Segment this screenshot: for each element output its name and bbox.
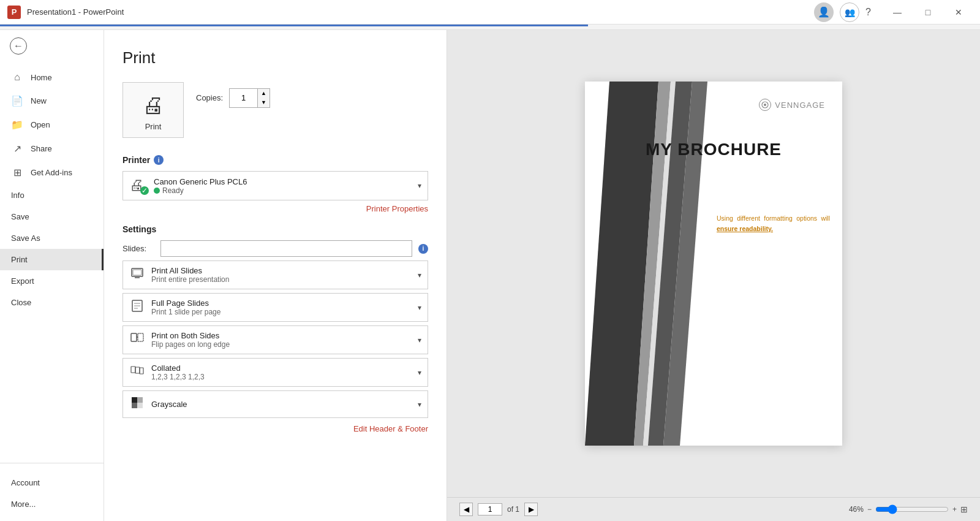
svg-marker-20 <box>663 82 707 446</box>
slides-input[interactable] <box>160 240 412 257</box>
brochure-logo-icon <box>759 99 771 111</box>
setting-layout[interactable]: Full Page Slides Print 1 slide per page … <box>123 293 428 322</box>
sides-chevron: ▾ <box>418 336 421 344</box>
svg-marker-18 <box>643 82 676 446</box>
setting-collated[interactable]: Collated 1,2,3 1,2,3 1,2,3 ▾ <box>123 358 428 387</box>
svg-rect-10 <box>135 367 140 373</box>
print-title: Print <box>123 48 428 67</box>
printer-device-icon: 🖨 ✓ <box>129 177 148 195</box>
slide-range-chevron: ▾ <box>418 271 421 280</box>
sidebar: ← ⌂ Home 📄 New 📁 Open ↗ Share ⊞ Get Add-… <box>0 30 104 521</box>
svg-rect-14 <box>132 403 137 408</box>
zoom-minus-icon[interactable]: − <box>867 505 872 514</box>
grayscale-icon <box>129 396 145 413</box>
svg-marker-16 <box>585 82 658 446</box>
sidebar-item-export[interactable]: Export <box>0 270 104 292</box>
copies-down-button[interactable]: ▼ <box>258 98 270 107</box>
add-ins-icon: ⊞ <box>11 167 23 178</box>
copies-up-button[interactable]: ▲ <box>258 89 270 98</box>
svg-rect-12 <box>132 397 137 403</box>
setting-slide-range-text: Print All Slides Print entire presentati… <box>151 266 412 284</box>
titlebar-title: Presentation1 - PowerPoint <box>27 7 814 17</box>
setting-sides-text: Print on Both Sides Flip pages on long e… <box>151 331 412 349</box>
sidebar-item-open[interactable]: 📁 Open <box>0 113 104 137</box>
sidebar-bottom: Account More... <box>0 468 104 521</box>
slide-range-icon <box>129 267 145 283</box>
sidebar-item-share[interactable]: ↗ Share <box>0 137 104 161</box>
color-chevron: ▾ <box>418 400 421 409</box>
print-button[interactable]: 🖨 Print <box>123 82 184 138</box>
sidebar-item-info[interactable]: Info <box>0 184 104 206</box>
printer-properties-link[interactable]: Printer Properties <box>123 204 428 213</box>
svg-rect-11 <box>140 368 143 374</box>
page-of-label: of 1 <box>507 505 519 514</box>
slides-info-icon[interactable]: i <box>418 244 428 254</box>
copies-area: Copies: ▲ ▼ <box>196 82 270 108</box>
print-action-area: 🖨 Print Copies: ▲ ▼ <box>123 82 428 138</box>
brochure-body-text: Using different formatting options will … <box>717 213 830 235</box>
profile-icon[interactable]: 👤 <box>814 2 834 22</box>
window-controls: — □ ✕ <box>883 2 973 22</box>
sides-icon <box>129 332 145 348</box>
edit-header-footer-link[interactable]: Edit Header & Footer <box>123 424 428 433</box>
maximize-button[interactable]: □ <box>914 2 942 22</box>
brochure-title: MY BROCHURE <box>646 140 782 159</box>
titlebar: P Presentation1 - PowerPoint 👤 👥 ? — □ ✕ <box>0 0 980 25</box>
brochure-stripes <box>585 82 707 446</box>
sidebar-item-print[interactable]: Print <box>0 249 104 270</box>
preview-page: VENNGAGE MY BROCHURE Using different for… <box>585 82 842 446</box>
sidebar-item-save-as[interactable]: Save As <box>0 227 104 249</box>
preview-area: VENNGAGE MY BROCHURE Using different for… <box>447 30 980 521</box>
sidebar-item-account[interactable]: Account <box>0 472 104 493</box>
back-arrow-icon: ← <box>10 37 27 55</box>
printer-status: Ready <box>154 186 412 195</box>
sidebar-item-new[interactable]: 📄 New <box>0 89 104 113</box>
prev-page-button[interactable]: ◀ <box>459 503 473 516</box>
close-button[interactable]: ✕ <box>944 2 973 22</box>
zoom-fit-icon[interactable]: ⊞ <box>960 504 968 514</box>
sidebar-divider <box>0 463 104 463</box>
collaborate-icon[interactable]: 👥 <box>840 2 859 22</box>
sidebar-item-save[interactable]: Save <box>0 206 104 227</box>
brochure-logo-text: VENNGAGE <box>775 101 825 110</box>
open-icon: 📁 <box>11 119 23 131</box>
preview-nav: ◀ of 1 ▶ 46% − + ⊞ <box>447 497 980 521</box>
setting-collated-text: Collated 1,2,3 1,2,3 1,2,3 <box>151 363 412 381</box>
svg-point-22 <box>764 104 766 106</box>
setting-color-text: Grayscale <box>151 400 412 409</box>
printer-dropdown-arrow: ▾ <box>418 181 421 190</box>
copies-label: Copies: <box>196 93 223 102</box>
current-page-input[interactable] <box>478 503 502 515</box>
setting-sides[interactable]: Print on Both Sides Flip pages on long e… <box>123 325 428 354</box>
print-panel: Print 🖨 Print Copies: ▲ ▼ <box>104 30 447 521</box>
sidebar-item-close[interactable]: Close <box>0 292 104 313</box>
setting-color[interactable]: Grayscale ▾ <box>123 390 428 418</box>
copies-input[interactable] <box>230 91 257 105</box>
zoom-label: 46% <box>849 505 864 514</box>
sidebar-item-get-add-ins[interactable]: ⊞ Get Add-ins <box>0 161 104 184</box>
settings-section-label: Settings <box>123 224 428 234</box>
minimize-button[interactable]: — <box>883 2 911 22</box>
setting-layout-text: Full Page Slides Print 1 slide per page <box>151 299 412 316</box>
sidebar-item-more[interactable]: More... <box>0 493 104 515</box>
preview-nav-left: ◀ of 1 ▶ <box>459 503 538 516</box>
printer-dropdown[interactable]: 🖨 ✓ Canon Generic Plus PCL6 Ready ▾ <box>123 171 428 200</box>
back-button[interactable]: ← <box>0 30 104 62</box>
svg-rect-13 <box>137 397 143 403</box>
zoom-plus-icon[interactable]: + <box>952 505 957 514</box>
sidebar-item-home[interactable]: ⌂ Home <box>0 66 104 89</box>
share-icon: ↗ <box>11 143 23 154</box>
next-page-button[interactable]: ▶ <box>524 503 538 516</box>
zoom-slider[interactable] <box>875 504 949 514</box>
printer-info-icon[interactable]: i <box>154 155 164 165</box>
printer-icon: 🖨 <box>142 93 164 118</box>
copies-spinner: ▲ ▼ <box>257 89 270 107</box>
new-icon: 📄 <box>11 95 23 107</box>
preview-content: VENNGAGE MY BROCHURE Using different for… <box>447 30 980 497</box>
collate-icon <box>129 364 145 381</box>
help-icon[interactable]: ? <box>865 7 871 18</box>
setting-slide-range[interactable]: Print All Slides Print entire presentati… <box>123 260 428 289</box>
brochure-logo: VENNGAGE <box>759 99 825 111</box>
slides-row: Slides: i <box>123 240 428 257</box>
status-indicator <box>154 188 160 194</box>
